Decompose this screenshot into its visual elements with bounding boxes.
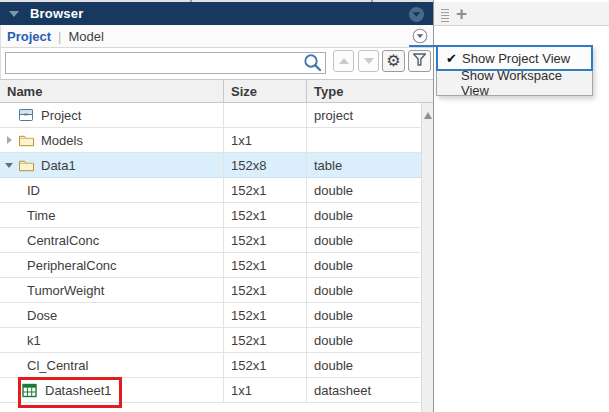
tab-project[interactable]: Project: [7, 29, 51, 44]
table-row-id[interactable]: ID 152x1 double: [0, 178, 421, 203]
panel-title: Browser: [30, 6, 83, 21]
table-row-data1-selected[interactable]: Data1 152x8 table: [0, 153, 421, 178]
table-row-tumorweight[interactable]: TumorWeight 152x1 double: [0, 278, 421, 303]
table-row-cl-central[interactable]: Cl_Central 152x1 double: [0, 353, 421, 378]
row-label: k1: [27, 333, 41, 348]
row-size: [224, 103, 307, 127]
row-type: double: [307, 178, 421, 202]
row-size: 152x8: [224, 153, 307, 177]
gear-icon: ⚙: [386, 53, 400, 69]
column-header-filler: [421, 80, 433, 102]
datasheet-icon: [22, 383, 39, 398]
table-row-centralconc[interactable]: CentralConc 152x1 double: [0, 228, 421, 253]
menu-connector-line: [409, 45, 436, 47]
row-size: 152x1: [224, 203, 307, 227]
panel-menu-icon[interactable]: [408, 6, 425, 26]
row-size: 152x1: [224, 228, 307, 252]
row-label: Cl_Central: [27, 358, 88, 373]
tab-model[interactable]: Model: [68, 29, 103, 44]
row-label: Data1: [41, 158, 76, 173]
row-label: Dose: [27, 308, 57, 323]
folder-icon: [18, 158, 35, 173]
folder-icon: [18, 133, 35, 148]
row-size: 152x1: [224, 278, 307, 302]
row-type: datasheet: [307, 378, 421, 402]
filter-button[interactable]: [408, 50, 431, 72]
row-type: double: [307, 353, 421, 377]
row-label: Time: [27, 208, 55, 223]
row-type: [307, 128, 421, 152]
row-type: double: [307, 328, 421, 352]
row-size: 152x1: [224, 353, 307, 377]
browser-panel-header: Browser: [0, 2, 433, 25]
settings-button[interactable]: ⚙: [382, 50, 405, 72]
vertical-scrollbar[interactable]: [421, 103, 433, 412]
view-options-dropdown-icon[interactable]: [412, 28, 428, 44]
funnel-icon: [411, 51, 428, 71]
row-type: project: [307, 103, 421, 127]
arrow-up-icon: [339, 58, 349, 64]
table-row-time[interactable]: Time 152x1 double: [0, 203, 421, 228]
menu-item-show-workspace-view[interactable]: Show Workspace View: [436, 71, 593, 96]
menu-item-label: Show Workspace View: [461, 68, 592, 98]
row-size: 1x1: [224, 378, 307, 402]
add-tab-icon[interactable]: +: [456, 2, 467, 26]
row-type: double: [307, 203, 421, 227]
expand-collapsed-icon[interactable]: [0, 136, 18, 144]
row-label: Models: [41, 133, 83, 148]
row-type: double: [307, 303, 421, 327]
row-type: double: [307, 228, 421, 252]
table-row-datasheet1[interactable]: Datasheet1 1x1 datasheet: [0, 378, 421, 403]
right-panel-tab-bar: +: [434, 2, 609, 26]
table-header-row: Name Size Type: [0, 79, 433, 103]
arrow-down-icon: [364, 58, 374, 64]
tab-separator: |: [58, 29, 61, 44]
row-type: double: [307, 278, 421, 302]
row-label: ID: [27, 183, 40, 198]
search-toolbar: ⚙: [0, 48, 433, 79]
app-window: Browser Project | Model: [0, 0, 609, 412]
grip-handle-icon[interactable]: [441, 9, 449, 22]
search-input[interactable]: [5, 52, 326, 74]
view-options-menu: ✔ Show Project View Show Workspace View: [436, 45, 593, 96]
scroll-up-icon[interactable]: [424, 112, 432, 119]
row-size: 152x1: [224, 303, 307, 327]
project-box-icon: [18, 107, 35, 123]
find-previous-button[interactable]: [333, 50, 354, 72]
row-label: CentralConc: [27, 233, 99, 248]
menu-item-label: Show Project View: [462, 51, 570, 66]
check-icon: ✔: [438, 51, 462, 66]
row-type: table: [307, 153, 421, 177]
row-label: PeripheralConc: [27, 258, 117, 273]
panel-collapse-icon[interactable]: [9, 11, 19, 17]
row-label: TumorWeight: [27, 283, 104, 298]
row-size: 152x1: [224, 328, 307, 352]
table-row-peripheralconc[interactable]: PeripheralConc 152x1 double: [0, 253, 421, 278]
table-row-dose[interactable]: Dose 152x1 double: [0, 303, 421, 328]
expand-expanded-icon[interactable]: [0, 163, 18, 168]
browser-tree-table: Project project Models 1x1: [0, 103, 421, 403]
row-size: 1x1: [224, 128, 307, 152]
column-header-type[interactable]: Type: [307, 80, 421, 102]
table-row-k1[interactable]: k1 152x1 double: [0, 328, 421, 353]
column-header-name[interactable]: Name: [0, 80, 224, 102]
find-next-button[interactable]: [358, 50, 379, 72]
row-size: 152x1: [224, 253, 307, 277]
table-row-models[interactable]: Models 1x1: [0, 128, 421, 153]
row-size: 152x1: [224, 178, 307, 202]
row-type: double: [307, 253, 421, 277]
column-header-size[interactable]: Size: [224, 80, 307, 102]
row-label: Project: [41, 108, 81, 123]
browser-tab-bar: Project | Model: [0, 25, 433, 48]
table-row-project[interactable]: Project project: [0, 103, 421, 128]
row-label: Datasheet1: [45, 383, 112, 398]
